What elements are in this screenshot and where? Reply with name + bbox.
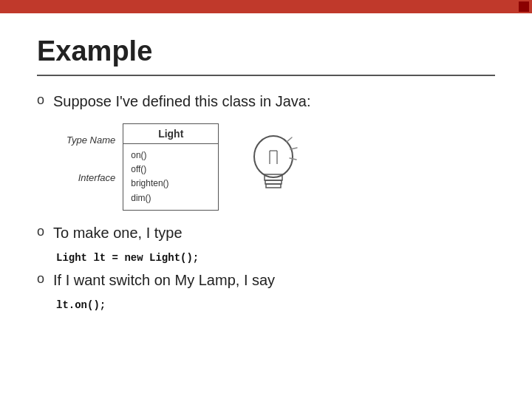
code-line-1-wrapper: Light lt = new Light(); [56, 250, 495, 264]
slide-title: Example [37, 35, 495, 67]
bullet-icon-3: o [37, 271, 44, 287]
bullet-icon-1: o [37, 92, 44, 108]
uml-table-wrapper: Type Name Interface Light on() off() bri… [66, 123, 219, 211]
uml-method-dim: dim() [131, 191, 211, 205]
uml-label-interface: Interface [66, 151, 115, 205]
uml-method-on: on() [131, 149, 211, 163]
uml-method-brighten: brighten() [131, 177, 211, 191]
svg-line-7 [287, 137, 292, 142]
uml-diagram-area: Type Name Interface Light on() off() bri… [66, 123, 495, 211]
code-line-2: lt.on(); [56, 299, 106, 311]
uml-labels: Type Name Interface [66, 129, 115, 205]
bullet-text-3: If I want switch on My Lamp, I say [53, 270, 275, 290]
uml-method-off: off() [131, 163, 211, 177]
code-line-1: Light lt = new Light(); [56, 252, 199, 264]
uml-box: Light on() off() brighten() dim() [123, 123, 219, 211]
uml-class-name: Light [123, 124, 218, 144]
bullet-text-2: To make one, I type [53, 222, 183, 243]
svg-rect-3 [266, 184, 281, 188]
lightbulb-area [244, 129, 303, 205]
uml-label-type-name: Type Name [66, 129, 115, 151]
bullet-icon-2: o [37, 224, 44, 239]
bullet-text-1: Suppose I've defined this class in Java: [53, 91, 310, 112]
slide-content: Example o Suppose I've defined this clas… [0, 13, 532, 399]
uml-methods: on() off() brighten() dim() [123, 144, 218, 210]
title-divider [37, 75, 495, 76]
bullet-row-1: o Suppose I've defined this class in Jav… [37, 91, 495, 112]
svg-line-9 [290, 158, 296, 160]
code-line-2-wrapper: lt.on(); [56, 298, 495, 311]
bullet-row-2: o To make one, I type [37, 222, 495, 243]
lightbulb-svg [244, 129, 303, 202]
top-bar-square [519, 1, 529, 12]
top-bar [0, 0, 532, 13]
bullet-row-3: o If I want switch on My Lamp, I say [37, 270, 495, 290]
